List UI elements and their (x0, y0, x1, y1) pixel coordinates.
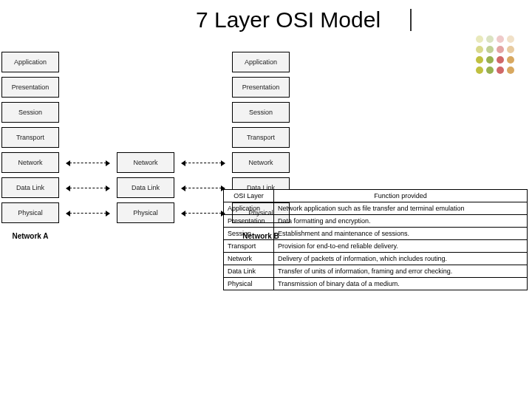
decor-dot (486, 35, 494, 43)
table-row: ApplicationNetwork application such as f… (224, 202, 528, 215)
cell-layer: Session (224, 228, 274, 240)
cell-layer: Transport (224, 240, 274, 253)
arrow (180, 152, 226, 173)
arrow (65, 152, 111, 173)
header-function: Function provided (274, 190, 528, 202)
arrow-col (180, 52, 226, 240)
decor-dot (507, 66, 514, 74)
table-row: PhysicalTransmission of binary data of a… (224, 278, 528, 290)
layer-presentation: Presentation (232, 77, 290, 98)
decor-dot (476, 56, 483, 64)
cell-func: Data formatting and encryption. (274, 215, 528, 228)
cell-layer: Network (224, 253, 274, 265)
layer-application: Application (232, 52, 290, 72)
layer-session: Session (1, 102, 59, 123)
layer-transport: Transport (1, 127, 59, 148)
cell-func: Network application such as file transfe… (274, 202, 528, 215)
cell-layer: Presentation (224, 215, 274, 228)
cell-layer: Physical (224, 278, 274, 290)
decor-dot (486, 56, 494, 64)
function-table: OSI Layer Function provided ApplicationN… (223, 189, 528, 290)
stack-full: ApplicationPresentationSessionTransportN… (1, 52, 59, 240)
arrow (65, 52, 111, 72)
cell-layer: Data Link (224, 265, 274, 278)
decor-dot (476, 66, 483, 74)
decor-dot (476, 46, 483, 53)
decor-dots (476, 35, 514, 74)
decor-dot (497, 66, 504, 74)
layer-network: Network (232, 152, 290, 173)
layer-data-link: Data Link (117, 177, 174, 198)
arrow (65, 202, 111, 223)
cell-func: Transmission of binary data of a medium. (274, 278, 528, 290)
layer-transport: Transport (232, 127, 290, 148)
cell-layer: Application (224, 202, 274, 215)
decor-dot (507, 46, 514, 53)
arrow (65, 127, 111, 148)
layer-network: Network (117, 152, 174, 173)
network-label: Network A (12, 232, 48, 240)
header-osi-layer: OSI Layer (224, 190, 274, 202)
arrow (65, 177, 111, 198)
layer-physical: Physical (117, 202, 174, 223)
table-row: PresentationData formatting and encrypti… (224, 215, 528, 228)
decor-dot (497, 46, 504, 53)
table-row: SessionEstablishment and maintenance of … (224, 228, 528, 240)
cell-func: Provision for end-to-end reliable delive… (274, 240, 528, 253)
decor-dot (507, 35, 514, 43)
slide-title: 7 Layer OSI Model (0, 7, 532, 33)
arrow-col (65, 52, 111, 240)
arrow (65, 102, 111, 123)
layer-presentation: Presentation (1, 77, 59, 98)
layer-application: Application (1, 52, 59, 72)
layer-session: Session (232, 102, 290, 123)
decor-dot (497, 56, 504, 64)
arrow (180, 102, 226, 123)
arrow (180, 202, 226, 223)
table-row: TransportProvision for end-to-end reliab… (224, 240, 528, 253)
arrow (180, 127, 226, 148)
decor-dot (497, 35, 504, 43)
decor-dot (486, 46, 494, 53)
arrow (180, 52, 226, 72)
decor-dot (476, 35, 483, 43)
arrow (180, 177, 226, 198)
arrow (65, 77, 111, 98)
table-row: Data LinkTransfer of units of informatio… (224, 265, 528, 278)
decor-dot (507, 56, 514, 64)
stack-mid: NetworkData LinkPhysical (117, 52, 174, 240)
layer-physical: Physical (1, 202, 59, 223)
cell-func: Delivery of packets of information, whic… (274, 253, 528, 265)
layer-data-link: Data Link (1, 177, 59, 198)
table-row: NetworkDelivery of packets of informatio… (224, 253, 528, 265)
cell-func: Transfer of units of information, framin… (274, 265, 528, 278)
cell-func: Establishment and maintenance of session… (274, 228, 528, 240)
decor-dot (486, 66, 494, 74)
layer-network: Network (1, 152, 59, 173)
arrow (180, 77, 226, 98)
